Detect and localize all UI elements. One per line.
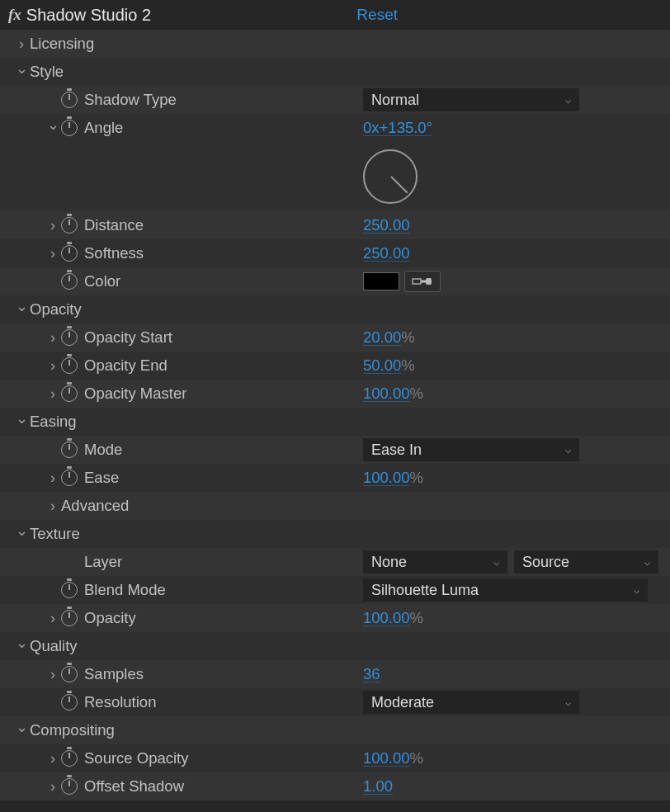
chevron-down-icon[interactable] [15, 637, 28, 655]
opacity-start-label: Opacity Start [84, 328, 172, 347]
blend-mode-label: Blend Mode [84, 581, 166, 599]
chevron-right-icon[interactable] [46, 470, 59, 487]
softness-value[interactable]: 250.00 [363, 244, 410, 262]
style-label: Style [30, 63, 64, 81]
stopwatch-icon[interactable] [61, 385, 78, 402]
source-opacity-value[interactable]: 100.00 [363, 749, 410, 767]
prop-blend-mode: Blend Mode Silhouette Luma ⌵ [0, 576, 670, 604]
stopwatch-icon[interactable] [61, 92, 78, 108]
stopwatch-icon[interactable] [61, 441, 78, 458]
angle-label: Angle [84, 119, 123, 137]
offset-shadow-value[interactable]: 1.00 [363, 777, 393, 795]
chevron-down-icon[interactable] [46, 119, 59, 137]
svg-rect-1 [421, 281, 426, 283]
chevron-down-icon: ⌵ [565, 444, 571, 456]
resolution-dropdown[interactable]: Moderate ⌵ [363, 691, 579, 714]
chevron-right-icon[interactable] [46, 750, 59, 767]
group-quality[interactable]: Quality [0, 632, 670, 660]
chevron-right-icon[interactable] [15, 35, 28, 53]
stopwatch-icon[interactable] [61, 582, 78, 598]
group-opacity[interactable]: Opacity [0, 295, 670, 323]
angle-dial-row [0, 142, 670, 211]
chevron-down-icon[interactable] [15, 63, 28, 81]
prop-offset-shadow: Offset Shadow 1.00 [0, 772, 670, 800]
prop-texture-opacity: Opacity 100.00% [0, 604, 670, 632]
group-easing[interactable]: Easing [0, 408, 670, 436]
dial-hand [390, 176, 408, 193]
stopwatch-icon[interactable] [61, 470, 78, 486]
prop-angle: Angle 0x+135.0° [0, 114, 670, 142]
prop-color: Color [0, 267, 670, 295]
stopwatch-icon[interactable] [61, 666, 78, 682]
eyedropper-button[interactable] [404, 271, 441, 292]
texture-opacity-label: Opacity [84, 609, 136, 627]
chevron-down-icon[interactable] [15, 300, 28, 319]
color-swatch[interactable] [363, 272, 399, 290]
stopwatch-icon[interactable] [61, 273, 78, 290]
chevron-right-icon[interactable] [46, 666, 59, 683]
group-advanced[interactable]: Advanced [0, 492, 670, 520]
angle-value[interactable]: +135.0° [380, 119, 433, 137]
chevron-down-icon: ⌵ [493, 556, 499, 568]
easing-mode-dropdown[interactable]: Ease In ⌵ [363, 438, 579, 461]
opacity-end-label: Opacity End [84, 356, 168, 375]
opacity-group-label: Opacity [30, 300, 82, 319]
chevron-right-icon[interactable] [46, 610, 59, 627]
samples-value[interactable]: 36 [363, 665, 380, 683]
prop-layer: Layer None ⌵ Source ⌵ [0, 548, 670, 576]
blend-mode-dropdown[interactable]: Silhouette Luma ⌵ [363, 578, 648, 602]
chevron-right-icon[interactable] [46, 329, 59, 347]
chevron-down-icon[interactable] [15, 721, 28, 739]
stopwatch-icon[interactable] [61, 610, 78, 626]
prop-opacity-master: Opacity Master 100.00% [0, 380, 670, 408]
svg-rect-2 [426, 278, 432, 285]
shadow-type-dropdown[interactable]: Normal ⌵ [363, 88, 579, 111]
angle-rev-value[interactable]: 0x [363, 119, 380, 137]
prop-samples: Samples 36 [0, 660, 670, 688]
chevron-right-icon[interactable] [46, 245, 59, 262]
distance-value[interactable]: 250.00 [363, 216, 410, 234]
mode-label: Mode [84, 441, 122, 459]
stopwatch-icon[interactable] [61, 357, 78, 374]
opacity-start-value[interactable]: 20.00 [363, 328, 401, 347]
fx-icon: fx [8, 6, 21, 24]
texture-opacity-value[interactable]: 100.00 [363, 609, 410, 627]
layer-source-dropdown[interactable]: Source ⌵ [514, 550, 658, 574]
chevron-right-icon[interactable] [46, 217, 59, 234]
advanced-label: Advanced [61, 497, 129, 515]
stopwatch-icon[interactable] [61, 778, 78, 795]
stopwatch-icon[interactable] [61, 750, 78, 767]
offset-shadow-label: Offset Shadow [84, 777, 184, 795]
stopwatch-icon[interactable] [61, 694, 78, 710]
stopwatch-icon[interactable] [61, 329, 78, 346]
shadow-type-label: Shadow Type [84, 91, 177, 109]
ease-value[interactable]: 100.00 [363, 469, 410, 487]
opacity-end-value[interactable]: 50.00 [363, 356, 401, 375]
chevron-down-icon: ⌵ [565, 94, 571, 106]
layer-dropdown[interactable]: None ⌵ [363, 550, 507, 574]
angle-dial[interactable] [363, 149, 418, 204]
chevron-down-icon[interactable] [15, 413, 28, 431]
group-texture[interactable]: Texture [0, 520, 670, 548]
opacity-master-label: Opacity Master [84, 385, 186, 403]
color-label: Color [84, 272, 120, 290]
chevron-down-icon: ⌵ [634, 584, 639, 596]
group-compositing[interactable]: Compositing [0, 716, 670, 744]
stopwatch-icon[interactable] [61, 217, 78, 234]
chevron-right-icon[interactable] [46, 778, 59, 795]
chevron-right-icon[interactable] [46, 385, 59, 403]
prop-opacity-end: Opacity End 50.00% [0, 352, 670, 380]
stopwatch-icon[interactable] [61, 120, 78, 136]
samples-label: Samples [84, 665, 144, 683]
chevron-right-icon[interactable] [46, 498, 59, 515]
group-style[interactable]: Style [0, 58, 670, 86]
opacity-master-value[interactable]: 100.00 [363, 385, 410, 403]
stopwatch-icon[interactable] [61, 245, 78, 262]
chevron-right-icon[interactable] [46, 357, 59, 375]
group-licensing[interactable]: Licensing [0, 30, 670, 58]
chevron-down-icon[interactable] [15, 525, 28, 543]
prop-source-opacity: Source Opacity 100.00% [0, 744, 670, 772]
softness-label: Softness [84, 244, 144, 262]
effect-title: Shadow Studio 2 [26, 6, 151, 25]
reset-button[interactable]: Reset [356, 6, 398, 24]
